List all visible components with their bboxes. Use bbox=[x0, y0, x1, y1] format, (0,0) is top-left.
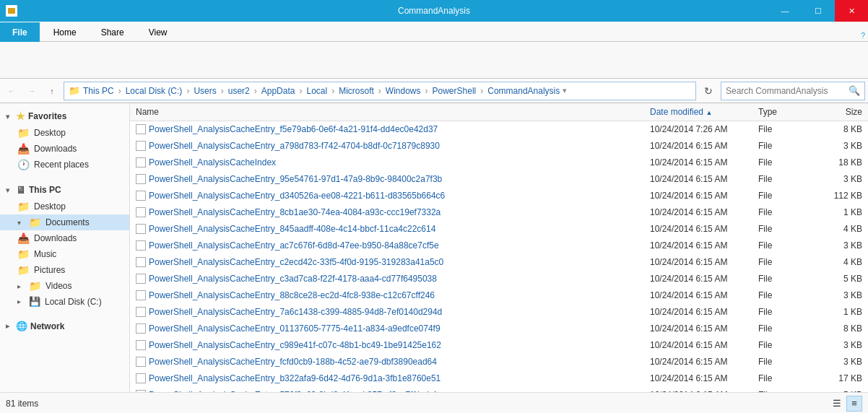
breadcrumb-appdata[interactable]: AppData bbox=[261, 86, 295, 96]
search-input[interactable] bbox=[726, 86, 846, 96]
file-type: File bbox=[752, 205, 810, 219]
col-header-name[interactable]: Name bbox=[130, 105, 644, 119]
file-date: 10/24/2014 7:26 AM bbox=[644, 122, 752, 136]
table-row[interactable]: PowerShell_AnalysisCacheEntry_7a6c1438-c… bbox=[130, 304, 868, 321]
table-row[interactable]: PowerShell_AnalysisCacheEntry_d340526a-e… bbox=[130, 188, 868, 204]
table-row[interactable]: PowerShell_AnalysisCacheEntry_573f3a63-8… bbox=[130, 387, 868, 392]
file-size: 3 KB bbox=[810, 139, 868, 153]
tab-share[interactable]: Share bbox=[89, 22, 136, 42]
file-icon bbox=[136, 224, 146, 234]
file-type: File bbox=[752, 172, 810, 186]
file-date: 10/24/2014 6:15 AM bbox=[644, 255, 752, 269]
file-date: 10/24/2014 6:15 AM bbox=[644, 155, 752, 170]
sidebar-item-documents[interactable]: 📁 Documents bbox=[0, 214, 129, 230]
table-row[interactable]: PowerShell_AnalysisCacheEntry_95e54761-9… bbox=[130, 171, 868, 188]
tab-home[interactable]: Home bbox=[41, 22, 89, 42]
back-button[interactable]: ← bbox=[3, 82, 20, 100]
file-icon bbox=[136, 290, 146, 300]
sidebar-item-desktop-pc[interactable]: 📁 Desktop bbox=[0, 199, 129, 214]
thispc-section: 🖥 This PC 📁 Desktop 📁 Documents 📥 Downlo… bbox=[0, 181, 129, 309]
forward-button[interactable]: → bbox=[23, 82, 40, 100]
breadcrumb-local[interactable]: Local bbox=[306, 86, 327, 96]
table-row[interactable]: PowerShell_AnalysisCacheEntry_8cb1ae30-7… bbox=[130, 204, 868, 221]
ribbon: File Home Share View ? bbox=[0, 22, 868, 79]
sidebar-item-downloads-fav[interactable]: 📥 Downloads bbox=[0, 141, 129, 157]
tab-view[interactable]: View bbox=[136, 22, 180, 42]
file-icon bbox=[136, 307, 146, 317]
table-row[interactable]: PowerShell_AnalysisCacheEntry_fcfd0cb9-1… bbox=[130, 354, 868, 370]
file-icon bbox=[136, 357, 146, 367]
table-row[interactable]: PowerShell_AnalysisCacheIndex 10/24/2014… bbox=[130, 155, 868, 171]
file-type: File bbox=[752, 222, 810, 236]
breadcrumb-powershell[interactable]: PowerShell bbox=[433, 86, 477, 96]
col-header-date[interactable]: Date modified ▲ bbox=[644, 105, 752, 119]
list-view-button[interactable]: ≡ bbox=[846, 396, 862, 412]
table-row[interactable]: PowerShell_AnalysisCacheEntry_ac7c676f-6… bbox=[130, 238, 868, 254]
file-date: 10/24/2014 6:15 AM bbox=[644, 355, 752, 369]
file-date: 10/24/2014 6:15 AM bbox=[644, 188, 752, 203]
file-icon bbox=[136, 340, 146, 350]
view-toggle: ☰ ≡ bbox=[829, 396, 862, 412]
address-bar[interactable]: 📁 This PC › Local Disk (C:) › Users › us… bbox=[64, 82, 696, 100]
table-row[interactable]: PowerShell_AnalysisCacheEntry_c3ad7ca8-f… bbox=[130, 271, 868, 287]
sidebar-item-downloads-pc[interactable]: 📥 Downloads bbox=[0, 230, 129, 246]
breadcrumb-users[interactable]: Users bbox=[194, 86, 216, 96]
refresh-button[interactable]: ↻ bbox=[699, 82, 718, 100]
help-button[interactable]: ? bbox=[861, 31, 865, 40]
sidebar-label: Pictures bbox=[34, 265, 65, 275]
sidebar-item-desktop-fav[interactable]: 📁 Desktop bbox=[0, 125, 129, 141]
sidebar-item-videos[interactable]: 📁 Videos bbox=[0, 278, 129, 294]
pc-icon: 🖥 bbox=[16, 184, 26, 196]
close-button[interactable]: ✕ bbox=[835, 0, 868, 22]
window-title: CommandAnalysis bbox=[398, 6, 470, 16]
sidebar-item-localdisk[interactable]: 💾 Local Disk (C:) bbox=[0, 294, 129, 309]
breadcrumb-microsoft[interactable]: Microsoft bbox=[339, 86, 374, 96]
tab-file[interactable]: File bbox=[0, 22, 40, 42]
breadcrumb-commandanalysis[interactable]: CommandAnalysis bbox=[487, 86, 560, 96]
folder-download-icon: 📥 bbox=[17, 232, 30, 244]
table-row[interactable]: PowerShell_AnalysisCacheEntry_88c8ce28-e… bbox=[130, 287, 868, 304]
favorites-star-icon: ★ bbox=[16, 110, 25, 122]
table-row[interactable]: PowerShell_AnalysisCacheEntry_c2ecd42c-3… bbox=[130, 254, 868, 271]
sidebar-item-music[interactable]: 📁 Music bbox=[0, 246, 129, 262]
file-icon bbox=[136, 240, 146, 251]
file-size: 17 KB bbox=[810, 371, 868, 386]
network-header[interactable]: 🌐 Network bbox=[0, 318, 129, 334]
ribbon-tabs: File Home Share View ? bbox=[0, 22, 868, 42]
titlebar: CommandAnalysis — ☐ ✕ bbox=[0, 0, 868, 22]
search-icon: 🔍 bbox=[849, 85, 860, 96]
breadcrumb-dropdown[interactable]: ▾ bbox=[563, 86, 567, 95]
sidebar-item-pictures[interactable]: 📁 Pictures bbox=[0, 262, 129, 278]
table-row[interactable]: PowerShell_AnalysisCacheEntry_01137605-7… bbox=[130, 321, 868, 337]
maximize-button[interactable]: ☐ bbox=[802, 0, 835, 22]
table-row[interactable]: PowerShell_AnalysisCacheEntry_845aadff-4… bbox=[130, 221, 868, 238]
table-row[interactable]: PowerShell_AnalysisCacheEntry_c989e41f-c… bbox=[130, 337, 868, 354]
minimize-button[interactable]: — bbox=[768, 0, 802, 22]
col-header-type[interactable]: Type bbox=[752, 105, 810, 119]
up-button[interactable]: ↑ bbox=[43, 82, 61, 100]
favorites-header[interactable]: ★ Favorites bbox=[0, 108, 129, 125]
breadcrumb-thispc[interactable]: This PC bbox=[83, 86, 114, 96]
sidebar-item-recent[interactable]: 🕐 Recent places bbox=[0, 157, 129, 173]
thispc-header[interactable]: 🖥 This PC bbox=[0, 181, 129, 199]
details-view-button[interactable]: ☰ bbox=[829, 396, 845, 412]
file-date: 10/24/2014 6:15 AM bbox=[644, 371, 752, 386]
table-row[interactable]: PowerShell_AnalysisCacheEntry_a798d783-f… bbox=[130, 138, 868, 155]
file-name: PowerShell_AnalysisCacheEntry_c3ad7ca8-f… bbox=[130, 271, 644, 286]
breadcrumb-user2[interactable]: user2 bbox=[228, 86, 250, 96]
file-date: 10/24/2014 6:15 AM bbox=[644, 222, 752, 236]
title-icons bbox=[6, 5, 17, 17]
table-row[interactable]: PowerShell_AnalysisCacheEntry_f5e79ab6-0… bbox=[130, 121, 868, 138]
file-size: 5 KB bbox=[810, 271, 868, 286]
file-icon bbox=[136, 373, 146, 383]
search-box[interactable]: 🔍 bbox=[721, 82, 865, 100]
file-type: File bbox=[752, 255, 810, 269]
col-header-size[interactable]: Size bbox=[810, 105, 868, 119]
sidebar-label: Music bbox=[34, 249, 56, 259]
breadcrumb-windows[interactable]: Windows bbox=[386, 86, 421, 96]
table-row[interactable]: PowerShell_AnalysisCacheEntry_b322afa9-6… bbox=[130, 370, 868, 387]
file-size: 8 KB bbox=[810, 321, 868, 336]
file-date: 10/24/2014 6:15 AM bbox=[644, 321, 752, 336]
breadcrumb-localdisk[interactable]: Local Disk (C:) bbox=[126, 86, 183, 96]
filelist-header: Name Date modified ▲ Type Size bbox=[130, 103, 868, 121]
